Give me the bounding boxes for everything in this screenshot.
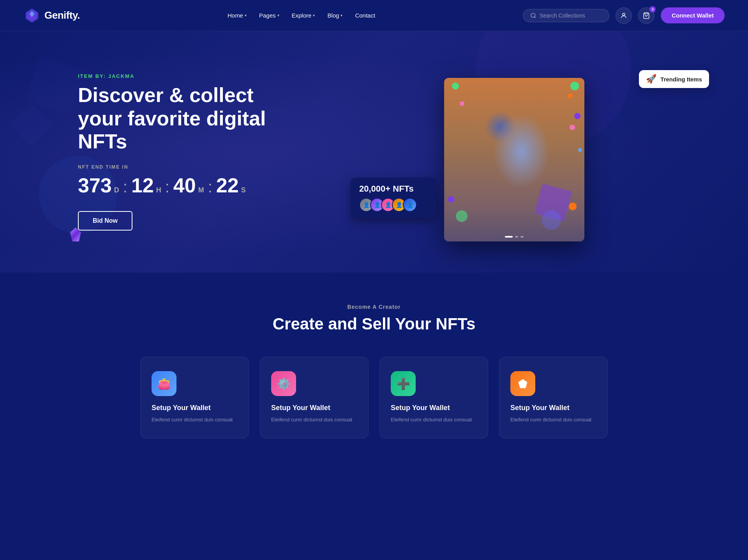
logo[interactable]: Genifty. [23,7,80,24]
feature-icon-2: ⚙️ [271,371,296,396]
settings-icon: ⚙️ [277,377,291,390]
art-dot-5 [570,125,575,130]
countdown: 373D : 12H : 40M : 22S [78,174,280,197]
item-by-author: JACKMA [108,73,135,79]
bid-now-button[interactable]: Bid Now [78,211,132,231]
svg-point-5 [623,13,625,16]
plus-icon: ➕ [397,377,410,390]
user-icon [620,12,627,19]
nft-stats-card: 20,000+ NFTs 👤 👤 👤 👤 👤 [351,178,436,218]
nft-artwork [444,78,584,241]
feature-desc-3: Eleifend cumr dictumst duis consuat [391,416,477,424]
countdown-minutes: 40 [173,174,196,197]
art-dot-10 [460,101,464,106]
svg-point-3 [531,13,535,18]
feature-desc-1: Eleifend cumr dictumst duis consuat [152,416,238,424]
trending-label: Trending Items [660,76,702,83]
art-dot-9 [448,196,454,203]
countdown-sep-3: : [208,178,212,196]
slide-dot-3 [520,236,524,238]
rocket-icon: 🚀 [646,74,656,84]
nft-count: 20,000+ NFTs [359,184,428,194]
art-dot-1 [452,83,459,90]
feature-heading-4: Setup Your Wallet [510,404,596,412]
countdown-sep-2: : [165,178,169,196]
connect-wallet-button[interactable]: Connect Wallet [661,7,725,23]
art-dot-7 [569,203,577,210]
slide-dot-2 [515,236,518,238]
countdown-minutes-unit: M [198,186,204,194]
search-icon [530,12,536,19]
feature-card-3[interactable]: ➕ Setup Your Wallet Eleifend cumr dictum… [379,357,488,438]
countdown-sep-1: : [123,178,127,196]
create-section: Become A Creator Create and Sell Your NF… [0,273,748,470]
feature-card-4[interactable]: Setup Your Wallet Eleifend cumr dictumst… [499,357,608,438]
feature-heading-3: Setup Your Wallet [391,404,477,412]
home-chevron-icon: ▾ [245,13,247,18]
nav-explore[interactable]: Explore ▾ [292,12,315,19]
nav-home[interactable]: Home ▾ [228,12,247,19]
countdown-days: 373 [78,174,112,197]
art-dot-8 [456,210,468,222]
feature-cards-grid: 👛 Setup Your Wallet Eleifend cumr dictum… [140,357,608,438]
hero-section: ITEM BY: JACKMA Discover & collect your … [0,31,748,273]
cart-icon [643,12,650,19]
feature-card-2[interactable]: ⚙️ Setup Your Wallet Eleifend cumr dictu… [260,357,369,438]
nav-pages[interactable]: Pages ▾ [259,12,279,19]
nav-blog[interactable]: Blog ▾ [327,12,342,19]
countdown-seconds: 22 [216,174,239,197]
navbar: Genifty. Home ▾ Pages ▾ Explore ▾ Blog ▾… [0,0,748,31]
slide-indicators [505,236,524,238]
trending-badge: 🚀 Trending Items [639,70,709,88]
countdown-hours-unit: H [156,186,161,194]
hero-image-area: 🚀 Trending Items [280,62,725,241]
user-icon-button[interactable] [616,7,632,24]
search-bar[interactable] [523,9,609,22]
hero-title: Discover & collect your favorite digital… [78,84,280,153]
cart-badge: 3 [649,6,656,12]
feature-card-1[interactable]: 👛 Setup Your Wallet Eleifend cumr dictum… [140,357,249,438]
section-title: Create and Sell Your NFTs [23,315,725,333]
feature-heading-1: Setup Your Wallet [152,404,238,412]
feature-desc-4: Eleifend cumr dictumst duis consuat [510,416,596,424]
nav-contact[interactable]: Contact [355,12,375,19]
art-dot-4 [574,113,580,119]
feature-icon-1: 👛 [152,371,176,396]
slide-dot-active [505,236,513,238]
art-shape-2 [542,210,561,230]
blog-chevron-icon: ▾ [340,13,342,18]
svg-line-4 [535,17,536,18]
avatar-5: 👤 [403,198,417,212]
cart-icon-button[interactable]: 3 [638,7,654,24]
art-dot-6 [578,148,582,152]
logo-text: Genifty. [44,9,80,21]
avatar-stack: 👤 👤 👤 👤 👤 [359,198,428,212]
bg-rect-2 [9,102,53,146]
feature-icon-4 [510,371,535,396]
feature-desc-2: Eleifend cumr dictumst duis consuat [271,416,357,424]
countdown-hours: 12 [131,174,154,197]
nft-end-label: NFT END TIME IN [78,164,280,170]
diamond-icon [517,378,528,389]
feature-heading-2: Setup Your Wallet [271,404,357,412]
section-subtitle: Become A Creator [23,304,725,310]
nft-card [444,78,584,241]
pages-chevron-icon: ▾ [277,13,279,18]
svg-marker-7 [518,379,527,388]
nav-right: 3 Connect Wallet [523,7,725,24]
search-input[interactable] [540,12,602,19]
wallet-icon: 👛 [157,377,171,390]
art-dot-2 [568,93,573,98]
item-by-label: ITEM BY: JACKMA [78,73,280,79]
gem-icon [70,227,81,241]
explore-chevron-icon: ▾ [313,13,315,18]
feature-icon-3: ➕ [391,371,416,396]
hero-content: ITEM BY: JACKMA Discover & collect your … [78,73,280,231]
countdown-days-unit: D [114,186,119,194]
nav-links: Home ▾ Pages ▾ Explore ▾ Blog ▾ Contact [228,12,375,19]
logo-icon [23,7,41,24]
countdown-seconds-unit: S [241,186,246,194]
art-dot-3 [570,82,579,90]
floating-gem [70,227,81,241]
